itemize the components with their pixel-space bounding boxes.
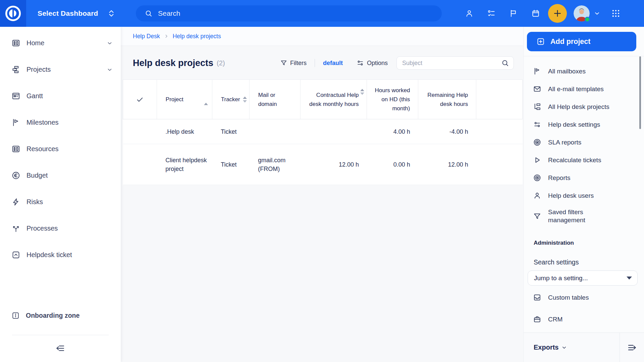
menu-item-saved-filters-management[interactable]: Saved filters management	[524, 204, 644, 228]
column-header-remaining-hours[interactable]: Remaining Help desk hours	[418, 80, 476, 119]
chevron-up-box-icon	[11, 250, 20, 259]
breadcrumb: Help Desk Help desk projects	[133, 33, 221, 40]
tasks-checklist-icon[interactable]	[487, 9, 496, 18]
menu-item-helpdesk-users[interactable]: Help desk users	[524, 187, 644, 204]
online-status-dot	[585, 17, 590, 22]
cell-remaining-hours: 12.00 h	[418, 144, 476, 185]
avatar-chevron-down-icon[interactable]	[594, 10, 600, 17]
subject-search-input[interactable]	[396, 56, 514, 70]
menu-item-helpdesk-settings[interactable]: Help desk settings	[524, 116, 644, 133]
sort-both-icon	[360, 89, 364, 95]
column-header-contractual-hours[interactable]: Contractual Help desk monthly hours	[300, 80, 367, 119]
flag-icon[interactable]	[509, 9, 518, 18]
custom-tables-icon	[533, 293, 541, 302]
filters-button[interactable]: Filters	[290, 60, 307, 67]
cell-blank	[476, 119, 523, 144]
app-root: Select Dashboard Home	[0, 0, 644, 362]
cell-project[interactable]: Client helpdesk project	[157, 144, 212, 185]
menu-item-all-helpdesk-projects[interactable]: All Help desk projects	[524, 98, 644, 116]
column-header-mail-or-domain[interactable]: Mail or domain	[249, 80, 300, 119]
table-row[interactable]: .Help desk Ticket 4.00 h -4.00 h	[123, 119, 523, 144]
column-header-tracker[interactable]: Tracker	[212, 80, 249, 119]
user-avatar[interactable]	[574, 5, 590, 21]
sort-both-icon	[243, 97, 247, 103]
column-header-project[interactable]: Project	[157, 80, 212, 119]
sidebar-item-home[interactable]: Home	[0, 30, 121, 56]
topbar: Select Dashboard	[0, 0, 644, 27]
chevron-down-icon[interactable]	[107, 67, 113, 73]
row-select-cell[interactable]	[123, 144, 157, 185]
add-project-button[interactable]: Add project	[527, 32, 636, 51]
user-icon	[533, 191, 541, 200]
projects-tree-icon	[533, 103, 541, 111]
sidebar-item-label: Budget	[26, 172, 48, 179]
cell-mail-or-domain	[249, 119, 300, 144]
calendar-icon[interactable]	[531, 9, 540, 18]
collapse-panel-icon[interactable]	[627, 343, 637, 353]
breadcrumb-bar: Help Desk Help desk projects	[121, 27, 523, 46]
sidebar-item-label: Helpdesk ticket	[26, 251, 72, 259]
search-icon[interactable]	[501, 59, 509, 67]
bottom-bar-divider	[620, 333, 620, 362]
flag-pole-icon	[533, 67, 541, 75]
collapse-sidebar-icon[interactable]	[55, 343, 65, 353]
left-sidebar: Home Projects Gantt Milestones Resources	[0, 27, 121, 362]
sidebar-item-label: Gantt	[26, 92, 43, 100]
dashboard-selector[interactable]: Select Dashboard	[38, 9, 115, 18]
sidebar-item-onboarding-zone[interactable]: Onboarding zone	[0, 306, 121, 324]
sidebar-divider	[12, 335, 109, 335]
main-content: Help Desk Help desk projects Help desk p…	[121, 27, 523, 362]
sidebar-item-processes[interactable]: Processes	[0, 215, 121, 242]
select-all-header[interactable]	[123, 80, 157, 119]
panel-scrollbar[interactable]	[639, 56, 641, 129]
page-header: Help desk projects (2) Filters default O…	[133, 54, 514, 72]
breadcrumb-current[interactable]: Help desk projects	[173, 33, 221, 40]
menu-item-crm[interactable]: CRM	[524, 310, 644, 328]
admin-menu: CRM	[524, 310, 644, 328]
right-panel: Add project All mailboxes All e-mail tem…	[523, 27, 644, 362]
sidebar-item-helpdesk-ticket[interactable]: Helpdesk ticket	[0, 242, 121, 268]
jump-to-setting-select[interactable]: Jump to a setting...	[528, 270, 638, 286]
unfold-icon	[108, 9, 115, 18]
sidebar-item-resources[interactable]: Resources	[0, 136, 121, 162]
breadcrumb-link-helpdesk[interactable]: Help Desk	[133, 33, 160, 40]
active-filter-link[interactable]: default	[323, 60, 343, 67]
menu-item-reports[interactable]: Reports	[524, 169, 644, 187]
table-row[interactable]: Client helpdesk project Ticket gmail.com…	[123, 144, 523, 185]
chevron-down-icon[interactable]	[107, 40, 113, 46]
options-button[interactable]: Options	[367, 60, 388, 67]
menu-item-all-mailboxes[interactable]: All mailboxes	[524, 62, 644, 80]
apps-grid-icon[interactable]	[611, 9, 621, 18]
briefcase-icon	[533, 315, 541, 323]
logo-icon	[4, 5, 22, 22]
sidebar-item-label: Processes	[26, 225, 58, 232]
list-controls: Filters default Options	[280, 56, 514, 70]
user-icon[interactable]	[465, 9, 474, 18]
euro-circle-icon	[11, 171, 20, 180]
menu-item-all-email-templates[interactable]: All e-mail templates	[524, 80, 644, 98]
lightning-icon	[11, 197, 20, 206]
global-search-input[interactable]	[158, 9, 437, 17]
target-icon	[533, 174, 541, 182]
quick-add-button[interactable]	[548, 4, 567, 23]
menu-item-sla-reports[interactable]: SLA reports	[524, 133, 644, 151]
sort-asc-icon	[204, 95, 208, 104]
menu-item-recalculate-tickets[interactable]: Recalculate tickets	[524, 151, 644, 169]
sidebar-item-milestones[interactable]: Milestones	[0, 109, 121, 136]
menu-item-custom-tables[interactable]: Custom tables	[524, 289, 644, 306]
sidebar-item-budget[interactable]: Budget	[0, 162, 121, 189]
sidebar-item-projects[interactable]: Projects	[0, 56, 121, 83]
play-icon	[533, 156, 541, 164]
row-select-cell[interactable]	[123, 119, 157, 144]
global-search[interactable]	[136, 5, 442, 21]
cell-blank	[476, 144, 523, 185]
app-logo[interactable]	[0, 0, 26, 27]
cell-project[interactable]: .Help desk	[157, 119, 212, 144]
cell-contractual-hours: 12.00 h	[300, 144, 367, 185]
column-header-hours-worked[interactable]: Hours worked on HD (this month)	[367, 80, 418, 119]
sidebar-item-risks[interactable]: Risks	[0, 189, 121, 215]
exports-button[interactable]: Exports	[534, 344, 567, 351]
subject-search	[396, 56, 514, 70]
sidebar-item-gantt[interactable]: Gantt	[0, 83, 121, 109]
cell-mail-or-domain: gmail.com (FROM)	[249, 144, 300, 185]
